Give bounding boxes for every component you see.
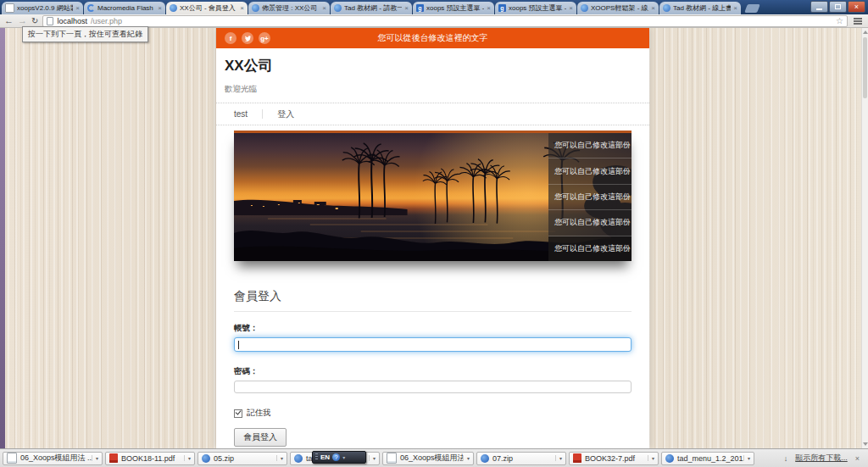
tab-theme-admin[interactable]: 佈景管理 : XX公司 × bbox=[248, 2, 330, 14]
download-item[interactable]: 05.zip ▾ bbox=[198, 452, 287, 465]
tab-flash[interactable]: Macromedia Flash (SWF... × bbox=[84, 2, 165, 14]
social-links: f g+ bbox=[225, 32, 270, 44]
hero-menu-item-5[interactable]: 您可以自己修改這部份 bbox=[548, 236, 632, 261]
tab-google-search-2[interactable]: g xoops 預設主選單 - Goo... × bbox=[495, 2, 576, 14]
maximize-icon bbox=[835, 4, 841, 9]
username-input[interactable] bbox=[234, 337, 632, 352]
window-controls: × bbox=[810, 1, 865, 13]
tab-close-icon[interactable]: × bbox=[75, 5, 80, 12]
close-window-button[interactable]: × bbox=[848, 1, 865, 13]
hero-menu-item-2[interactable]: 您可以自己修改這部份 bbox=[548, 158, 632, 184]
password-input[interactable] bbox=[234, 381, 632, 393]
download-item-caret-icon[interactable]: ▾ bbox=[463, 455, 473, 461]
page-icon bbox=[47, 17, 53, 25]
twitter-bird-icon bbox=[244, 35, 252, 42]
tab-close-icon[interactable]: × bbox=[487, 5, 491, 12]
download-item[interactable]: 06_Xoops模組用法 ....doc ▾ bbox=[3, 452, 103, 465]
hero-menu-item-4[interactable]: 您可以自己修改這部份 bbox=[548, 210, 632, 236]
tab-close-icon[interactable]: × bbox=[404, 5, 409, 12]
zip-file-icon bbox=[665, 454, 674, 463]
tab-close-icon[interactable]: × bbox=[733, 5, 737, 12]
forward-button[interactable]: → bbox=[18, 16, 27, 25]
minimize-icon bbox=[816, 8, 822, 10]
maximize-button[interactable] bbox=[829, 1, 847, 13]
site-topbar: f g+ 您可以從後台修改這裡的文字 bbox=[216, 28, 649, 48]
tab-strip: xoopsV2.0.9 網站製作教... × Macromedia Flash … bbox=[0, 0, 868, 14]
language-label: EN bbox=[320, 453, 330, 461]
scrollbar-thumb[interactable] bbox=[863, 37, 867, 98]
chrome-menu-button[interactable] bbox=[852, 16, 864, 26]
tab-close-icon[interactable]: × bbox=[322, 5, 326, 12]
username-label: 帳號： bbox=[234, 323, 632, 334]
tab-close-icon[interactable]: × bbox=[569, 5, 573, 12]
tab-xoops-tutorial[interactable]: xoopsV2.0.9 網站製作教... × bbox=[2, 2, 83, 14]
minimize-button[interactable] bbox=[810, 1, 828, 13]
globe-favicon-icon bbox=[663, 4, 670, 12]
facebook-icon[interactable]: f bbox=[225, 32, 236, 44]
navigation-tooltip: 按一下到下一頁，按住可查看紀錄 bbox=[22, 26, 148, 42]
nav-item-test[interactable]: test bbox=[216, 109, 263, 119]
site-title: XX公司 bbox=[225, 56, 641, 75]
download-item[interactable]: BOOK18-11.pdf ▾ bbox=[105, 452, 195, 465]
doc-file-icon bbox=[387, 453, 397, 464]
nav-item-login[interactable]: 登入 bbox=[263, 108, 309, 120]
tab-member-login-active[interactable]: XX公司 - 會員登入 × bbox=[166, 2, 248, 14]
langbar-options-caret-icon[interactable]: ▾ bbox=[342, 454, 345, 460]
tab-tad-forum[interactable]: Tad 教材網 - 請教一下... × bbox=[331, 2, 412, 14]
tab-close-icon[interactable]: × bbox=[651, 5, 655, 12]
hero-menu-item-3[interactable]: 您可以自己修改這部份 bbox=[548, 185, 632, 210]
globe-favicon-icon bbox=[252, 4, 259, 12]
tab-close-icon[interactable]: × bbox=[158, 5, 162, 12]
googleplus-icon[interactable]: g+ bbox=[259, 32, 270, 44]
download-item-caret-icon[interactable]: ▾ bbox=[92, 455, 102, 461]
download-item-caret-icon[interactable]: ▾ bbox=[369, 455, 379, 461]
download-arrow-icon: ↓ bbox=[784, 454, 788, 463]
login-submit-button[interactable]: 會員登入 bbox=[234, 428, 287, 447]
pdf-file-icon bbox=[573, 453, 581, 463]
ime-language-bar[interactable]: EN ? ▾ bbox=[312, 451, 366, 464]
new-tab-button[interactable] bbox=[744, 4, 760, 13]
show-all-downloads-link[interactable]: 顯示所有下載... bbox=[795, 453, 848, 464]
back-button[interactable]: ← bbox=[4, 16, 14, 25]
download-item[interactable]: tad_menu_1.2_2012...z.. ▾ bbox=[661, 452, 754, 465]
scroll-up-arrow-icon[interactable] bbox=[863, 31, 868, 34]
tab-google-search-1[interactable]: g xoops 預設主選單 - Goo... × bbox=[413, 2, 494, 14]
twitter-icon[interactable] bbox=[242, 32, 253, 44]
tab-xoops-book[interactable]: XOOPS輕鬆架 - 線上書... × bbox=[577, 2, 659, 14]
text-cursor bbox=[238, 341, 239, 349]
download-item-caret-icon[interactable]: ▾ bbox=[184, 455, 194, 461]
vertical-scrollbar[interactable] bbox=[861, 28, 868, 448]
remember-me-row: 記住我 bbox=[234, 408, 632, 419]
close-downloads-bar-icon[interactable]: × bbox=[855, 454, 860, 463]
downloads-bar: 06_Xoops模組用法 ....doc ▾ BOOK18-11.pdf ▾ 0… bbox=[0, 448, 868, 467]
site-content-column: f g+ 您可以從後台修改這裡的文字 XX公司 歡迎光臨 test 登入 bbox=[216, 28, 649, 448]
zip-file-icon bbox=[294, 454, 303, 463]
url-path: /user.php bbox=[91, 17, 122, 25]
address-bar[interactable]: localhost/user.php ☆ bbox=[42, 15, 848, 27]
reload-button[interactable]: ↻ bbox=[31, 17, 38, 25]
browser-window: xoopsV2.0.9 網站製作教... × Macromedia Flash … bbox=[0, 0, 868, 467]
download-item[interactable]: 07.zip ▾ bbox=[476, 452, 566, 465]
download-item-caret-icon[interactable]: ▾ bbox=[276, 455, 287, 461]
langbar-grip-icon[interactable] bbox=[315, 453, 318, 461]
bookmark-star-icon[interactable]: ☆ bbox=[836, 17, 843, 25]
download-item-caret-icon[interactable]: ▾ bbox=[743, 455, 754, 461]
tab-tad-book[interactable]: Tad 教材網 - 線上書籍 × bbox=[659, 2, 741, 14]
hero-wrapper: 您可以自己修改這部份 您可以自己修改這部份 您可以自己修改這部份 您可以自己修改… bbox=[216, 125, 649, 261]
download-item-caret-icon[interactable]: ▾ bbox=[555, 455, 565, 461]
download-item-caret-icon[interactable]: ▾ bbox=[648, 455, 658, 461]
remember-me-checkbox[interactable] bbox=[234, 409, 242, 418]
site-subtitle: 歡迎光臨 bbox=[225, 84, 641, 103]
login-section: 會員登入 帳號： 密碼： 記住我 會員登入 您還沒有註冊嗎？請 點選此處註冊您的… bbox=[216, 261, 649, 448]
topbar-message: 您可以從後台修改這裡的文字 bbox=[216, 32, 649, 44]
google-favicon-icon: g bbox=[416, 4, 424, 12]
help-icon[interactable]: ? bbox=[332, 453, 340, 461]
hero-menu-item-1[interactable]: 您可以自己修改這部份 bbox=[548, 133, 632, 158]
desktop-edge-strip bbox=[0, 28, 5, 448]
download-item[interactable]: BOOK32-7.pdf ▾ bbox=[569, 452, 659, 465]
scroll-down-arrow-icon[interactable] bbox=[863, 442, 868, 446]
download-item[interactable]: 06_Xoops模組用法.doc ▾ bbox=[382, 452, 474, 465]
password-label: 密碼： bbox=[234, 366, 632, 377]
page-favicon-icon bbox=[5, 3, 14, 13]
tab-close-icon[interactable]: × bbox=[240, 5, 244, 12]
